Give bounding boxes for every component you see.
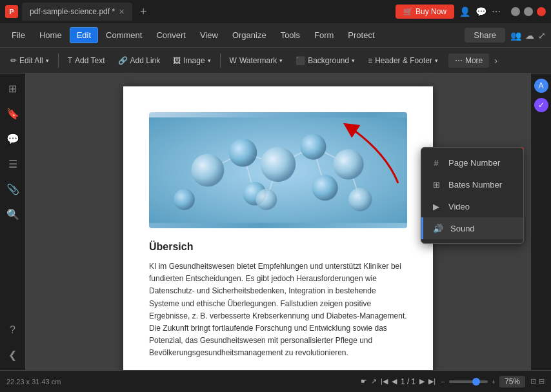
prev-page-icon[interactable]: ◀	[392, 377, 397, 386]
more-icon: ⋯	[455, 56, 463, 65]
sidebar-attachment-icon[interactable]: 📎	[3, 179, 23, 199]
zoom-level[interactable]: 75%	[499, 376, 525, 387]
sidebar-help-icon[interactable]: ?	[6, 320, 19, 340]
menu-tools[interactable]: Tools	[274, 28, 306, 43]
right-sidebar: A ✓	[530, 74, 551, 370]
dropdown-video[interactable]: ▶ Video	[421, 195, 523, 217]
image-icon: 🖼	[173, 56, 181, 65]
select-mode-icon[interactable]: ↗	[371, 377, 377, 386]
more-button[interactable]: ⋯ More	[448, 54, 489, 68]
zoom-bar: − + 75%	[441, 376, 525, 387]
main-area: ⊞ 🔖 💬 ☰ 📎 🔍 ? ❮	[0, 74, 551, 370]
next-page-icon[interactable]: ▶	[419, 377, 425, 386]
menu-convert[interactable]: Convert	[150, 28, 192, 43]
zoom-slider[interactable]	[449, 380, 488, 383]
add-text-label: Add Text	[75, 56, 105, 65]
svg-point-10	[229, 139, 257, 167]
page-dimensions: 22.23 x 31.43 cm	[6, 378, 61, 386]
zoom-in-icon[interactable]: +	[492, 378, 496, 386]
sound-label: Sound	[450, 224, 475, 233]
header-footer-caret: ▾	[435, 57, 438, 64]
zoom-out-icon[interactable]: −	[441, 378, 445, 386]
title-bar-left: P pdf-sample-science.pdf * ✕ +	[5, 3, 151, 21]
maximize-button[interactable]	[524, 7, 533, 16]
title-actions: 👤 💬 ⋯	[459, 6, 501, 17]
sidebar-search-icon[interactable]: 🔍	[3, 204, 23, 224]
menu-view[interactable]: View	[194, 28, 225, 43]
more-label: More	[465, 56, 483, 65]
sidebar-collapse-icon[interactable]: ❮	[5, 345, 21, 365]
more-dropdown-menu: # Page Number ⊞ Bates Number ▶ Video 🔊 S…	[421, 147, 524, 244]
toolbar: ✏ Edit All ▾ T Add Text 🔗 Add Link 🖼 Ima…	[0, 48, 551, 74]
bates-number-label: Bates Number	[448, 180, 502, 190]
header-footer-button[interactable]: ≡ Header & Footer ▾	[363, 54, 443, 68]
sidebar-text-icon[interactable]: ☰	[5, 154, 21, 174]
sidebar-comment-icon[interactable]: 💬	[3, 129, 23, 149]
svg-point-18	[174, 189, 195, 210]
title-bar: P pdf-sample-science.pdf * ✕ + 🛒 Buy Now…	[0, 0, 551, 23]
menu-form[interactable]: Form	[308, 28, 340, 43]
content-area[interactable]: Übersich KI im Gesundheitswesen bietet E…	[26, 74, 530, 370]
person-add-icon[interactable]: 👥	[510, 30, 521, 41]
background-caret: ▾	[352, 57, 355, 64]
last-page-icon[interactable]: ▶|	[428, 377, 436, 386]
watermark-label: Watermark	[239, 56, 277, 65]
page-number-icon: #	[430, 157, 442, 168]
svg-point-9	[191, 154, 224, 187]
background-button[interactable]: ⬛ Background ▾	[290, 54, 360, 68]
svg-point-12	[301, 134, 326, 160]
close-window-button[interactable]	[537, 7, 546, 16]
chat-icon[interactable]: 💬	[476, 6, 486, 17]
pdf-heading: Übersich	[149, 241, 407, 253]
more-options-icon[interactable]: ⋯	[492, 6, 501, 17]
avatar-icon[interactable]: 👤	[459, 6, 470, 17]
pdf-image	[149, 112, 407, 228]
window-controls	[511, 7, 546, 16]
video-icon: ▶	[430, 201, 442, 212]
edit-all-caret: ▾	[46, 57, 49, 64]
image-button[interactable]: 🖼 Image ▾	[168, 54, 215, 68]
dropdown-sound[interactable]: 🔊 Sound	[421, 217, 523, 239]
video-label: Video	[448, 202, 470, 211]
add-link-label: Add Link	[130, 56, 161, 65]
active-tab[interactable]: pdf-sample-science.pdf * ✕	[22, 3, 132, 21]
sidebar-bookmark-icon[interactable]: 🔖	[3, 104, 23, 124]
status-navigation: ☛ ↗ |◀ ◀ 1 / 1 ▶ ▶|	[361, 377, 436, 386]
pdf-page: Übersich KI im Gesundheitswesen bietet E…	[123, 86, 433, 370]
minimize-button[interactable]	[511, 7, 520, 16]
fit-width-icon[interactable]: ⊟	[539, 377, 545, 386]
first-page-icon[interactable]: |◀	[381, 377, 388, 386]
dropdown-page-number[interactable]: # Page Number	[421, 152, 523, 173]
new-tab-button[interactable]: +	[136, 5, 151, 19]
sidebar-thumbnail-icon[interactable]: ⊞	[5, 79, 21, 99]
left-sidebar: ⊞ 🔖 💬 ☰ 📎 🔍 ? ❮	[0, 74, 26, 370]
header-footer-icon: ≡	[368, 56, 372, 65]
menu-home[interactable]: Home	[33, 28, 68, 43]
cloud-icon[interactable]: ☁	[525, 30, 534, 41]
share-button[interactable]: Share	[465, 28, 505, 43]
cursor-mode-icon[interactable]: ☛	[361, 377, 367, 386]
watermark-button[interactable]: W Watermark ▾	[225, 54, 288, 68]
svg-point-11	[261, 147, 296, 182]
add-text-button[interactable]: T Add Text	[63, 54, 110, 68]
bates-number-icon: ⊞	[430, 179, 442, 190]
add-link-button[interactable]: 🔗 Add Link	[113, 54, 166, 68]
edit-all-button[interactable]: ✏ Edit All ▾	[5, 54, 54, 68]
buy-now-button[interactable]: 🛒 Buy Now	[396, 5, 454, 19]
close-tab-icon[interactable]: ✕	[119, 8, 125, 16]
right-sidebar-check-icon[interactable]: ✓	[534, 98, 548, 112]
text-icon: T	[68, 56, 72, 65]
toolbar-collapse[interactable]: ›	[492, 53, 500, 68]
edit-all-label: Edit All	[19, 56, 43, 65]
background-icon: ⬛	[296, 56, 305, 65]
menu-organize[interactable]: Organize	[226, 28, 273, 43]
menu-comment[interactable]: Comment	[99, 28, 148, 43]
menu-file[interactable]: File	[5, 28, 32, 43]
svg-point-16	[312, 175, 338, 201]
menu-protect[interactable]: Protect	[341, 28, 381, 43]
right-sidebar-a-icon[interactable]: A	[534, 79, 548, 93]
menu-edit[interactable]: Edit	[70, 27, 98, 43]
dropdown-bates-number[interactable]: ⊞ Bates Number	[421, 173, 523, 195]
fit-page-icon[interactable]: ⊡	[530, 377, 536, 386]
expand-icon[interactable]: ⤢	[538, 30, 546, 41]
